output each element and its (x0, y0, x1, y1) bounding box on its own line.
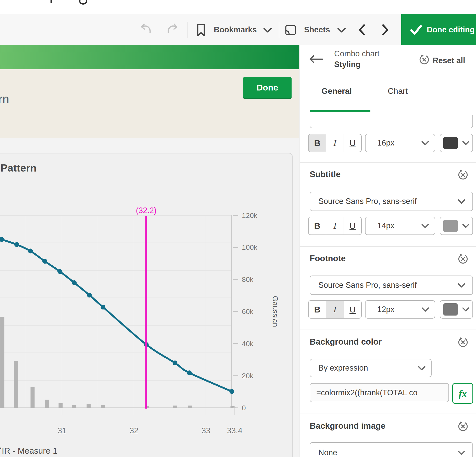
clipped-letter-fragment (0, 448, 1, 449)
clipped-sheet-title: rn (0, 92, 9, 106)
bar (101, 405, 105, 408)
footnote-format-group: B I U (308, 300, 362, 319)
bar (59, 403, 63, 408)
reset-all-button[interactable]: Reset all (418, 54, 465, 68)
title-font-size-dropdown[interactable]: 16px (365, 134, 435, 152)
title-format-group: B I U (308, 134, 362, 152)
toolbar-divider (279, 22, 279, 38)
bold-button[interactable]: B (309, 134, 326, 152)
color-expression-input[interactable]: =colormix2((hrank(TOTAL co (310, 383, 449, 402)
redo-icon[interactable] (166, 23, 181, 37)
italic-button[interactable]: I (326, 217, 344, 234)
top-toolbar: Bookmarks Sheets Done editing (0, 14, 476, 45)
bar (14, 361, 18, 408)
footnote-heading: Footnote (310, 254, 346, 263)
line-point (14, 242, 19, 247)
bookmarks-button[interactable]: Bookmarks (214, 25, 257, 34)
combo-chart-plot: (32.2)120k100k80k60k40k20k031323333.4Gau… (0, 199, 292, 457)
section-divider (300, 162, 476, 163)
title-font-family-dropdown-clipped[interactable] (310, 115, 473, 128)
reset-background-color-icon[interactable] (457, 336, 469, 348)
subtitle-format-group: B I U (308, 217, 362, 235)
section-divider (300, 330, 476, 330)
chevron-down-icon (421, 224, 429, 228)
reset-background-image-icon[interactable] (457, 421, 469, 432)
previous-sheet-icon[interactable] (358, 24, 366, 35)
undo-icon[interactable] (138, 23, 153, 37)
title-font-color-picker[interactable] (440, 134, 473, 152)
x-tick-label: 31 (58, 426, 66, 435)
reset-subtitle-icon[interactable] (457, 169, 469, 181)
line-point (72, 280, 77, 285)
chevron-down-icon (462, 224, 469, 228)
line-point (57, 269, 62, 274)
line-point (101, 305, 105, 309)
toolbar-divider (187, 22, 187, 38)
subtitle-font-color-picker[interactable] (440, 217, 473, 235)
panel-subtitle: Styling (334, 60, 360, 69)
subtitle-heading: Subtitle (310, 169, 341, 179)
italic-button[interactable]: I (326, 134, 344, 152)
italic-button[interactable]: I (326, 301, 344, 318)
underline-button[interactable]: U (344, 217, 361, 234)
line-point (187, 370, 192, 375)
tab-general[interactable]: General (321, 86, 352, 96)
chevron-down-icon (462, 307, 469, 312)
sheet-header-bar (0, 45, 299, 69)
footnote-font-family-dropdown[interactable]: Source Sans Pro, sans-serif (310, 276, 473, 295)
background-color-heading: Background color (310, 337, 382, 347)
section-divider (300, 246, 476, 247)
tab-chart[interactable]: Chart (388, 86, 408, 96)
font-size-value: 16px (371, 138, 394, 148)
chart-title: Pattern (1, 162, 36, 174)
clipped-letter-fragment (51, 0, 52, 3)
clipped-page-heading (0, 0, 476, 14)
done-button-label: Done (257, 83, 278, 93)
x-tick-label: 33 (202, 426, 210, 435)
color-swatch (443, 137, 458, 149)
x-tick-label: 33.4 (227, 426, 242, 435)
font-family-value: Source Sans Pro, sans-serif (318, 281, 417, 290)
bar (0, 317, 4, 408)
bookmark-icon[interactable] (196, 23, 206, 37)
y-tick-label: 80k (242, 276, 254, 283)
chevron-down-icon (421, 141, 429, 146)
y-axis-title: Gaussian (271, 296, 279, 327)
footnote-font-color-picker[interactable] (440, 300, 473, 319)
chevron-down-icon[interactable] (263, 27, 272, 33)
background-image-dropdown[interactable]: None (310, 442, 473, 457)
sheets-icon[interactable] (284, 24, 297, 37)
y-tick-label: 60k (242, 308, 254, 316)
font-size-value: 14px (371, 221, 394, 230)
underline-button[interactable]: U (344, 301, 361, 318)
sheets-button[interactable]: Sheets (304, 25, 330, 34)
bar (72, 405, 76, 408)
y-tick-label: 120k (242, 212, 258, 219)
bold-button[interactable]: B (309, 301, 326, 318)
subtitle-font-family-dropdown[interactable]: Source Sans Pro, sans-serif (310, 192, 473, 211)
bar (173, 406, 177, 408)
background-color-mode-dropdown[interactable]: By expression (310, 359, 432, 377)
subtitle-font-size-dropdown[interactable]: 14px (365, 217, 435, 235)
active-tab-underline (310, 110, 370, 112)
clipped-letter-fragment (79, 0, 87, 5)
done-button[interactable]: Done (243, 77, 292, 98)
background-image-heading: Background image (310, 421, 385, 431)
underline-button[interactable]: U (344, 134, 361, 152)
y-tick-label: 40k (242, 340, 254, 348)
next-sheet-icon[interactable] (382, 24, 389, 35)
line-point (87, 293, 92, 297)
color-mode-value: By expression (318, 363, 368, 373)
expression-editor-button[interactable]: fx (452, 383, 473, 404)
reset-footnote-icon[interactable] (457, 253, 469, 265)
back-arrow-icon[interactable] (309, 55, 323, 63)
properties-panel: Combo chart Styling Reset all General Ch… (299, 45, 476, 457)
y-tick-label: 20k (242, 372, 254, 380)
y-tick-label: 0 (242, 404, 246, 412)
bar (87, 404, 91, 408)
done-editing-button[interactable]: Done editing (401, 14, 476, 45)
bold-button[interactable]: B (309, 217, 326, 234)
footnote-font-size-dropdown[interactable]: 12px (365, 300, 435, 319)
chevron-down-icon[interactable] (337, 27, 346, 33)
color-expression-value: =colormix2((hrank(TOTAL co (316, 388, 418, 397)
